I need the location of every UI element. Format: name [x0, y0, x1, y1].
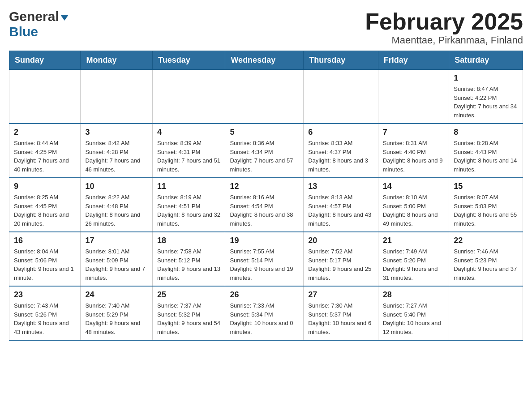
- day-info: Sunrise: 7:55 AM Sunset: 5:14 PM Dayligh…: [230, 247, 299, 282]
- calendar-week-row: 2 Sunrise: 8:44 AM Sunset: 4:25 PM Dayli…: [9, 124, 523, 178]
- sunrise-text: Sunrise: 8:36 AM: [230, 140, 274, 146]
- day-number: 25: [157, 290, 220, 300]
- sunset-text: Sunset: 4:57 PM: [308, 203, 351, 210]
- calendar-day-cell: 26 Sunrise: 7:33 AM Sunset: 5:34 PM Dayl…: [225, 286, 304, 340]
- sunrise-text: Sunrise: 7:58 AM: [157, 248, 202, 255]
- day-number: 26: [230, 290, 299, 300]
- daylight-text: Daylight: 7 hours and 51 minutes.: [157, 157, 220, 173]
- sunrise-text: Sunrise: 7:40 AM: [85, 302, 129, 309]
- sunset-text: Sunset: 4:43 PM: [454, 149, 497, 155]
- day-info: Sunrise: 8:31 AM Sunset: 4:40 PM Dayligh…: [383, 139, 445, 174]
- calendar-subtitle: Maenttae, Pirkanmaa, Finland: [365, 34, 523, 46]
- calendar-day-cell: 27 Sunrise: 7:30 AM Sunset: 5:37 PM Dayl…: [304, 286, 378, 340]
- daylight-text: Daylight: 7 hours and 57 minutes.: [230, 157, 293, 173]
- daylight-text: Daylight: 8 hours and 26 minutes.: [85, 211, 140, 227]
- header-monday: Monday: [81, 51, 153, 70]
- day-info: Sunrise: 8:36 AM Sunset: 4:34 PM Dayligh…: [230, 139, 299, 174]
- day-info: Sunrise: 7:52 AM Sunset: 5:17 PM Dayligh…: [308, 247, 373, 282]
- daylight-text: Daylight: 8 hours and 38 minutes.: [230, 211, 293, 227]
- daylight-text: Daylight: 8 hours and 3 minutes.: [308, 157, 368, 173]
- sunset-text: Sunset: 5:23 PM: [454, 257, 497, 264]
- daylight-text: Daylight: 8 hours and 32 minutes.: [157, 211, 220, 227]
- day-info: Sunrise: 8:16 AM Sunset: 4:54 PM Dayligh…: [230, 193, 299, 228]
- daylight-text: Daylight: 8 hours and 43 minutes.: [308, 211, 371, 227]
- logo-blue: Blue: [9, 24, 38, 39]
- day-info: Sunrise: 8:28 AM Sunset: 4:43 PM Dayligh…: [454, 139, 518, 174]
- calendar-week-row: 16 Sunrise: 8:04 AM Sunset: 5:06 PM Dayl…: [9, 232, 523, 286]
- day-info: Sunrise: 8:42 AM Sunset: 4:28 PM Dayligh…: [85, 139, 148, 174]
- day-number: 6: [308, 128, 373, 137]
- sunrise-text: Sunrise: 8:31 AM: [383, 140, 427, 146]
- day-info: Sunrise: 8:25 AM Sunset: 4:45 PM Dayligh…: [14, 193, 76, 228]
- title-block: February 2025 Maenttae, Pirkanmaa, Finla…: [365, 9, 523, 46]
- calendar-day-cell: 12 Sunrise: 8:16 AM Sunset: 4:54 PM Dayl…: [225, 178, 304, 232]
- sunset-text: Sunset: 4:45 PM: [14, 203, 57, 210]
- day-info: Sunrise: 8:13 AM Sunset: 4:57 PM Dayligh…: [308, 193, 373, 228]
- calendar-day-cell: 2 Sunrise: 8:44 AM Sunset: 4:25 PM Dayli…: [9, 124, 81, 178]
- sunset-text: Sunset: 5:17 PM: [308, 257, 351, 264]
- calendar-day-cell: 6 Sunrise: 8:33 AM Sunset: 4:37 PM Dayli…: [304, 124, 378, 178]
- daylight-text: Daylight: 7 hours and 46 minutes.: [85, 157, 140, 173]
- sunset-text: Sunset: 4:28 PM: [85, 149, 128, 155]
- sunrise-text: Sunrise: 7:52 AM: [308, 248, 352, 255]
- sunrise-text: Sunrise: 7:43 AM: [14, 302, 58, 309]
- daylight-text: Daylight: 9 hours and 1 minute.: [14, 265, 74, 281]
- day-number: 24: [85, 290, 148, 300]
- sunrise-text: Sunrise: 7:49 AM: [383, 248, 427, 255]
- calendar-day-cell: 8 Sunrise: 8:28 AM Sunset: 4:43 PM Dayli…: [449, 124, 523, 178]
- daylight-text: Daylight: 10 hours and 6 minutes.: [308, 320, 371, 335]
- sunset-text: Sunset: 5:09 PM: [85, 257, 128, 264]
- page-header: General Blue February 2025 Maenttae, Pir…: [9, 9, 523, 46]
- day-info: Sunrise: 8:04 AM Sunset: 5:06 PM Dayligh…: [14, 247, 76, 282]
- calendar-day-cell: 11 Sunrise: 8:19 AM Sunset: 4:51 PM Dayl…: [153, 178, 225, 232]
- day-number: 16: [14, 236, 76, 245]
- daylight-text: Daylight: 10 hours and 0 minutes.: [230, 320, 293, 335]
- day-info: Sunrise: 8:44 AM Sunset: 4:25 PM Dayligh…: [14, 139, 76, 174]
- calendar-day-cell: 1 Sunrise: 8:47 AM Sunset: 4:22 PM Dayli…: [449, 70, 523, 124]
- day-info: Sunrise: 7:40 AM Sunset: 5:29 PM Dayligh…: [85, 301, 148, 336]
- sunset-text: Sunset: 5:12 PM: [157, 257, 200, 264]
- calendar-week-row: 23 Sunrise: 7:43 AM Sunset: 5:26 PM Dayl…: [9, 286, 523, 340]
- sunrise-text: Sunrise: 8:07 AM: [454, 194, 498, 201]
- day-number: 23: [14, 290, 76, 300]
- calendar-day-cell: 24 Sunrise: 7:40 AM Sunset: 5:29 PM Dayl…: [81, 286, 153, 340]
- sunset-text: Sunset: 4:40 PM: [383, 149, 426, 155]
- daylight-text: Daylight: 9 hours and 43 minutes.: [14, 320, 69, 335]
- sunset-text: Sunset: 5:40 PM: [383, 311, 426, 318]
- sunrise-text: Sunrise: 8:44 AM: [14, 140, 58, 146]
- day-number: 3: [85, 128, 148, 137]
- sunrise-text: Sunrise: 8:04 AM: [14, 248, 58, 255]
- calendar-day-cell: 28 Sunrise: 7:27 AM Sunset: 5:40 PM Dayl…: [378, 286, 449, 340]
- sunset-text: Sunset: 5:32 PM: [157, 311, 200, 318]
- day-info: Sunrise: 8:33 AM Sunset: 4:37 PM Dayligh…: [308, 139, 373, 174]
- daylight-text: Daylight: 9 hours and 31 minutes.: [383, 265, 438, 281]
- logo-general: General: [9, 9, 59, 24]
- calendar-day-cell: [81, 70, 153, 124]
- sunrise-text: Sunrise: 7:27 AM: [383, 302, 427, 309]
- day-number: 4: [157, 128, 220, 137]
- calendar-day-cell: 7 Sunrise: 8:31 AM Sunset: 4:40 PM Dayli…: [378, 124, 449, 178]
- sunset-text: Sunset: 4:34 PM: [230, 149, 273, 155]
- day-number: 22: [454, 236, 518, 245]
- calendar-day-cell: 4 Sunrise: 8:39 AM Sunset: 4:31 PM Dayli…: [153, 124, 225, 178]
- day-number: 18: [157, 236, 220, 245]
- calendar-day-cell: [449, 286, 523, 340]
- sunrise-text: Sunrise: 8:42 AM: [85, 140, 129, 146]
- day-number: 12: [230, 182, 299, 191]
- day-info: Sunrise: 7:30 AM Sunset: 5:37 PM Dayligh…: [308, 301, 373, 336]
- calendar-day-cell: 18 Sunrise: 7:58 AM Sunset: 5:12 PM Dayl…: [153, 232, 225, 286]
- day-number: 7: [383, 128, 445, 137]
- sunrise-text: Sunrise: 7:46 AM: [454, 248, 498, 255]
- day-number: 2: [14, 128, 76, 137]
- calendar-day-cell: [225, 70, 304, 124]
- day-info: Sunrise: 7:58 AM Sunset: 5:12 PM Dayligh…: [157, 247, 220, 282]
- day-number: 1: [454, 73, 518, 83]
- calendar-week-row: 9 Sunrise: 8:25 AM Sunset: 4:45 PM Dayli…: [9, 178, 523, 232]
- daylight-text: Daylight: 9 hours and 37 minutes.: [454, 265, 517, 281]
- calendar-day-cell: 17 Sunrise: 8:01 AM Sunset: 5:09 PM Dayl…: [81, 232, 153, 286]
- day-number: 9: [14, 182, 76, 191]
- day-number: 20: [308, 236, 373, 245]
- sunrise-text: Sunrise: 8:01 AM: [85, 248, 129, 255]
- sunset-text: Sunset: 5:29 PM: [85, 311, 128, 318]
- calendar-table: Sunday Monday Tuesday Wednesday Thursday…: [9, 51, 523, 341]
